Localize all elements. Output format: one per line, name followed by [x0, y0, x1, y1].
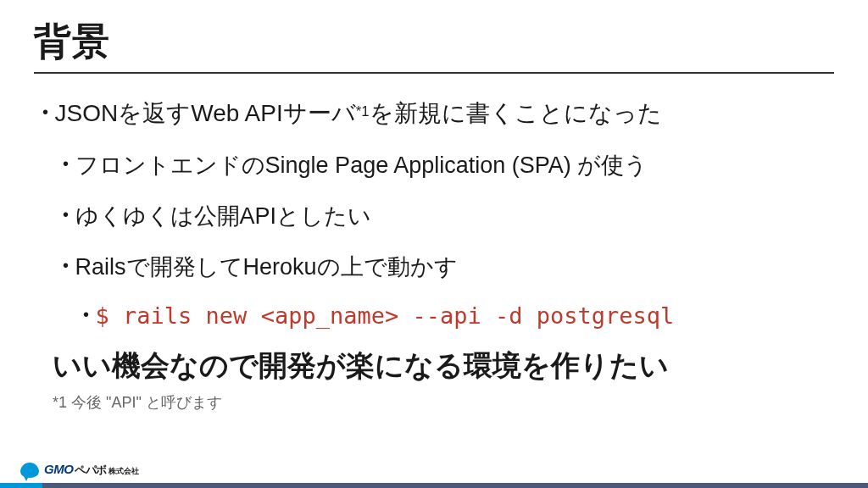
bullet-1-sup: *1 [356, 103, 370, 119]
bullet-1: JSONを返すWeb APIサーバ*1を新規に書くことになった [42, 97, 834, 130]
bullet-3: ゆくゆくは公開APIとしたい [42, 201, 834, 231]
logo-kk: 株式会社 [108, 466, 139, 477]
slide-title: 背景 [34, 17, 834, 74]
logo-gmo: GMO [44, 462, 73, 476]
emphasis-line: いい機会なので開発が楽になる環境を作りたい [42, 347, 834, 385]
slide-content: JSONを返すWeb APIサーバ*1を新規に書くことになった フロントエンドの… [34, 97, 834, 413]
logo-bubble-icon [20, 463, 39, 478]
bullet-1-post: を新規に書くことになった [370, 100, 662, 126]
footer: GMO ペパボ 株式会社 [0, 462, 868, 488]
bullet-1-pre: JSONを返すWeb APIサーバ [55, 100, 356, 126]
logo-text: GMO ペパボ 株式会社 [44, 462, 139, 478]
footnote: *1 今後 "API" と呼びます [42, 392, 834, 413]
bullet-5-code: $ rails new <app_name> --api -d postgres… [96, 302, 675, 329]
bullet-2: フロントエンドのSingle Page Application (SPA) が使… [42, 150, 834, 180]
bullet-4: Railsで開発してHerokuの上で動かす [42, 252, 834, 282]
bullet-5: $ rails new <app_name> --api -d postgres… [42, 302, 834, 330]
logo-pepabo: ペパボ [75, 463, 107, 478]
footer-bar [0, 483, 868, 488]
footer-logo: GMO ペパボ 株式会社 [0, 462, 868, 483]
